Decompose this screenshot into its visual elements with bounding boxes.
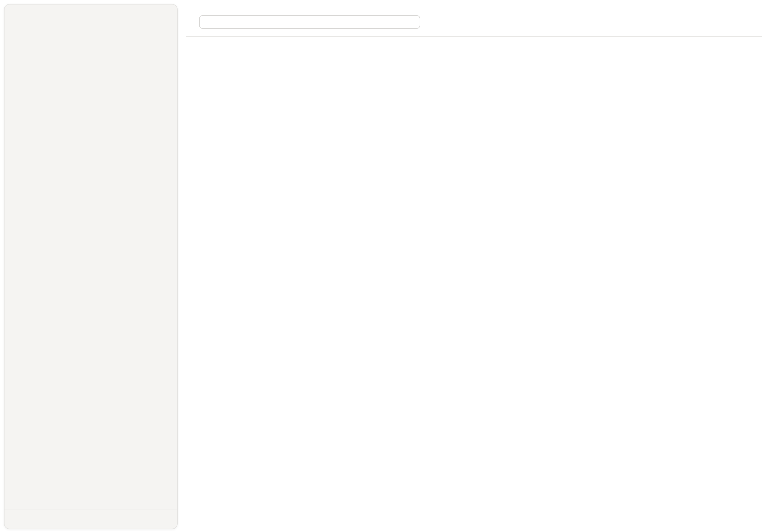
noteplan-window [0,0,762,532]
sidebar [4,4,178,529]
sidebar-scroll[interactable] [5,12,177,509]
app-label [8,12,174,27]
page-header [186,0,762,8]
sidebar-bottom-bar [5,509,177,529]
window-controls [5,5,177,12]
main-panel [186,0,762,532]
result-count [186,36,762,43]
search-input[interactable] [199,15,420,29]
toolbar [186,15,762,36]
